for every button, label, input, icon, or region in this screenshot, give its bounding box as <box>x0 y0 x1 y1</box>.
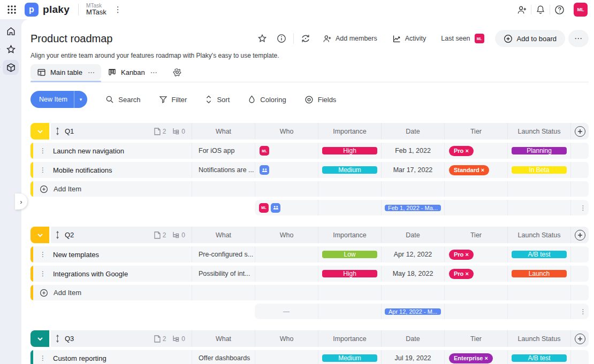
filter-button[interactable]: Filter <box>159 95 187 104</box>
sidebar-item-boards[interactable]: › <box>3 60 19 75</box>
column-header-who[interactable]: Who <box>255 330 318 347</box>
column-header-who[interactable]: Who <box>255 123 318 140</box>
chevron-down-icon[interactable]: ▾ <box>74 97 88 102</box>
search-button[interactable]: Search <box>105 95 140 104</box>
fields-button[interactable]: Fields <box>304 95 337 104</box>
importance-badge[interactable]: Low <box>322 251 377 258</box>
add-column-button[interactable] <box>575 126 585 137</box>
importance-badge[interactable]: High <box>322 147 377 154</box>
group-name[interactable]: Q2 <box>65 231 74 239</box>
group-collapse-button[interactable] <box>31 330 49 347</box>
column-header-status[interactable]: Launch Status <box>507 123 570 140</box>
sort-button[interactable]: Sort <box>205 95 230 104</box>
who-cell[interactable] <box>255 162 318 178</box>
row-menu-icon[interactable]: ⋮ <box>40 166 46 174</box>
add-item-row[interactable]: Add Item <box>31 181 589 197</box>
who-cell[interactable]: ML <box>255 143 318 159</box>
column-header-date[interactable]: Date <box>381 227 444 243</box>
item-name[interactable]: Integrations with Google <box>53 270 128 278</box>
item-name[interactable]: Launch new navigation <box>53 147 124 155</box>
row-menu-icon[interactable]: ⋮ <box>40 270 46 277</box>
what-cell[interactable]: Offer dashboards <box>192 350 255 364</box>
column-header-tier[interactable]: Tier <box>444 330 507 347</box>
info-icon[interactable] <box>272 31 291 46</box>
activity-button[interactable]: Activity <box>392 34 427 43</box>
column-header-what[interactable]: What <box>192 330 255 347</box>
who-cell[interactable] <box>255 266 318 282</box>
what-cell[interactable]: Pre-configured s... <box>192 246 255 262</box>
row-menu-icon[interactable]: ⋮ <box>40 251 46 258</box>
importance-badge[interactable]: Medium <box>322 354 377 362</box>
what-cell[interactable]: Possibility of int... <box>192 266 255 282</box>
column-header-date[interactable]: Date <box>381 330 444 347</box>
drag-handle-icon[interactable] <box>55 335 60 343</box>
app-grid-icon[interactable] <box>5 3 18 16</box>
invite-user-icon[interactable] <box>513 3 531 16</box>
notifications-bell-icon[interactable] <box>531 3 550 16</box>
user-avatar[interactable]: ML <box>574 3 588 17</box>
item-name[interactable]: New templates <box>53 251 99 259</box>
importance-badge[interactable]: High <box>322 270 377 277</box>
column-header-tier[interactable]: Tier <box>444 123 507 140</box>
assignee-avatar[interactable]: ML <box>259 203 269 213</box>
drag-handle-icon[interactable] <box>55 127 60 135</box>
status-badge[interactable]: Planning <box>512 147 567 154</box>
date-cell[interactable]: Jul 19, 2022 <box>381 350 444 364</box>
column-header-tier[interactable]: Tier <box>444 227 507 243</box>
column-header-status[interactable]: Launch Status <box>507 330 570 347</box>
sidebar-item-home[interactable] <box>3 24 19 38</box>
who-cell[interactable] <box>255 350 318 364</box>
coloring-button[interactable]: Coloring <box>248 95 286 104</box>
add-column-button[interactable] <box>575 334 585 344</box>
favorite-star-icon[interactable] <box>253 31 272 46</box>
group-collapse-button[interactable] <box>31 227 49 243</box>
group-collapse-button[interactable] <box>31 123 49 140</box>
tier-badge[interactable]: Pro × <box>449 146 474 156</box>
who-cell[interactable] <box>255 246 318 262</box>
workspace-switcher[interactable]: MTask MTask <box>86 3 106 16</box>
tab-main-table[interactable]: Main table ⋯ <box>31 64 101 80</box>
drag-handle-icon[interactable] <box>55 231 60 239</box>
add-members-button[interactable]: Add members <box>323 34 377 43</box>
column-header-what[interactable]: What <box>192 123 255 140</box>
date-cell[interactable]: Mar 17, 2022 <box>381 162 444 178</box>
status-badge[interactable]: A/B test <box>512 251 567 258</box>
summary-menu-icon[interactable]: ⋮ <box>580 308 587 315</box>
tab-options-icon[interactable]: ⋯ <box>150 68 157 76</box>
group-name[interactable]: Q3 <box>65 335 74 343</box>
last-seen-avatar[interactable]: ML <box>475 34 484 43</box>
status-badge[interactable]: Launch <box>512 270 567 277</box>
tier-badge[interactable]: Enterprise × <box>449 353 493 363</box>
help-icon[interactable] <box>550 3 568 16</box>
add-column-button[interactable] <box>575 230 585 241</box>
status-badge[interactable]: A/B test <box>512 354 567 362</box>
assignee-avatar[interactable]: ML <box>260 146 269 156</box>
new-item-button[interactable]: New Item ▾ <box>31 91 87 108</box>
sidebar-item-favorites[interactable]: › <box>3 42 19 57</box>
date-cell[interactable]: May 18, 2022 <box>381 266 444 282</box>
column-header-importance[interactable]: Importance <box>318 330 381 347</box>
board-more-button[interactable]: ⋯ <box>568 30 589 47</box>
column-header-importance[interactable]: Importance <box>318 123 381 140</box>
tier-badge[interactable]: Standard × <box>449 165 489 175</box>
date-cell[interactable]: Feb 1, 2022 <box>381 143 444 159</box>
tab-kanban[interactable]: Kanban ⋯ <box>101 64 164 80</box>
what-cell[interactable]: For iOS app <box>192 143 255 159</box>
what-cell[interactable]: Notifications are ... <box>192 162 255 178</box>
add-item-row[interactable]: Add Item <box>31 285 589 300</box>
status-badge[interactable]: In Beta <box>512 166 567 174</box>
item-name[interactable]: Custom reporting <box>53 354 106 362</box>
item-name[interactable]: Mobile notifications <box>53 166 112 174</box>
sync-icon[interactable] <box>296 31 315 46</box>
date-cell[interactable]: Apr 12, 2022 <box>381 246 444 262</box>
date-range-badge[interactable]: Feb 1, 2022 - Ma... <box>385 205 441 211</box>
column-header-who[interactable]: Who <box>255 227 318 243</box>
team-avatar[interactable] <box>260 165 269 175</box>
date-range-badge[interactable]: Apr 12, 2022 - M... <box>385 308 441 315</box>
column-header-date[interactable]: Date <box>381 123 444 140</box>
tab-options-icon[interactable]: ⋯ <box>88 68 95 76</box>
group-name[interactable]: Q1 <box>65 127 74 135</box>
workspace-menu-icon[interactable]: ⋮ <box>114 5 122 14</box>
importance-badge[interactable]: Medium <box>322 166 377 174</box>
column-header-what[interactable]: What <box>192 227 255 243</box>
